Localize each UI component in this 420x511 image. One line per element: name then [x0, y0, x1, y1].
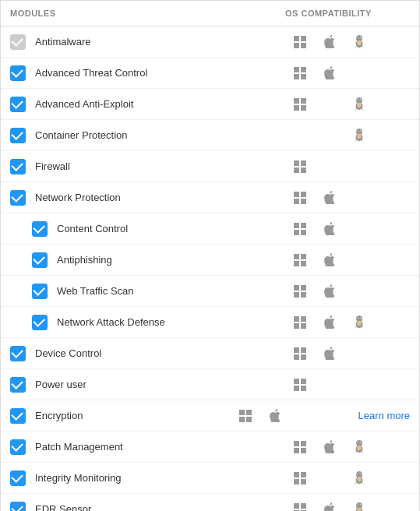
checkbox-integrity-monitoring[interactable]	[10, 470, 26, 486]
checkbox-antimalware[interactable]	[10, 34, 26, 50]
svg-line-71	[362, 326, 363, 328]
svg-rect-0	[294, 36, 299, 41]
header-modules-label: MODULES	[10, 9, 285, 18]
os-icons-container-protection	[285, 129, 410, 142]
svg-point-34	[360, 131, 361, 132]
svg-rect-49	[294, 230, 299, 235]
module-row-container-protection: Container Protection	[1, 120, 419, 151]
svg-rect-72	[294, 347, 299, 353]
os-icons-antimalware	[285, 35, 410, 48]
os-icons-content-control	[285, 222, 410, 235]
svg-line-29	[362, 108, 363, 110]
svg-rect-79	[301, 386, 306, 391]
svg-line-96	[362, 451, 363, 453]
checkbox-device-control[interactable]	[10, 346, 26, 361]
svg-point-24	[358, 100, 358, 100]
svg-rect-85	[301, 441, 306, 446]
svg-rect-54	[301, 261, 306, 266]
mac-icon-antiphishing	[315, 253, 344, 266]
module-row-power-user: Power user	[1, 369, 419, 400]
module-name-antiphishing: Antiphishing	[57, 254, 285, 266]
mac-icon-patch-management	[315, 440, 344, 453]
checkbox-power-user[interactable]	[10, 377, 26, 393]
svg-line-108	[355, 482, 356, 484]
module-name-network-attack-defense: Network Attack Defense	[57, 316, 285, 328]
checkbox-network-protection[interactable]	[10, 190, 26, 206]
module-name-firewall: Firewall	[35, 160, 285, 172]
checkbox-advanced-threat-control[interactable]	[10, 65, 26, 81]
svg-point-105	[360, 474, 361, 474]
os-icons-network-attack-defense	[285, 315, 410, 329]
module-row-network-protection: Network Protection	[1, 182, 419, 213]
learn-more-link-encryption[interactable]: Learn more	[358, 410, 410, 421]
svg-point-104	[358, 474, 358, 474]
svg-rect-62	[301, 323, 306, 329]
mac-icon-antimalware	[315, 35, 344, 48]
checkbox-edr-sensor[interactable]	[10, 502, 26, 512]
module-row-antiphishing: Antiphishing	[1, 245, 419, 276]
svg-line-11	[355, 46, 356, 48]
svg-point-117	[358, 505, 358, 506]
module-name-container-protection: Container Protection	[35, 129, 285, 141]
svg-rect-83	[246, 417, 252, 422]
checkbox-network-attack-defense[interactable]	[32, 315, 48, 330]
os-icons-web-traffic-scan	[285, 284, 410, 298]
mac-icon-network-attack-defense	[315, 315, 344, 329]
win-icon-network-attack-defense	[285, 316, 315, 329]
checkbox-firewall[interactable]	[10, 159, 26, 174]
linux-icon-container-protection	[344, 129, 374, 142]
checkbox-patch-management[interactable]	[10, 439, 26, 455]
module-name-integrity-monitoring: Integrity Monitoring	[35, 472, 285, 484]
module-name-patch-management: Patch Management	[35, 441, 285, 453]
checkbox-advanced-anti-exploit[interactable]	[10, 97, 26, 112]
svg-rect-99	[294, 479, 299, 485]
svg-rect-48	[301, 223, 306, 228]
module-name-web-traffic-scan: Web Traffic Scan	[57, 285, 285, 297]
module-name-antimalware: Antimalware	[35, 36, 285, 48]
svg-rect-19	[294, 105, 299, 111]
checkbox-content-control[interactable]	[32, 221, 48, 237]
svg-rect-59	[294, 316, 299, 322]
checkbox-encryption[interactable]	[10, 408, 26, 424]
checkbox-antiphishing[interactable]	[32, 252, 48, 268]
svg-rect-50	[301, 230, 306, 235]
win-icon-edr-sensor	[285, 503, 315, 512]
svg-rect-46	[301, 199, 306, 204]
checkbox-web-traffic-scan[interactable]	[32, 284, 48, 299]
svg-rect-47	[294, 223, 299, 228]
mac-icon-encryption	[260, 409, 290, 422]
svg-rect-55	[294, 285, 299, 291]
svg-line-70	[355, 326, 356, 328]
module-row-antimalware: Antimalware	[1, 26, 419, 58]
mac-icon-device-control	[315, 347, 344, 360]
svg-line-28	[355, 108, 356, 110]
svg-point-118	[360, 505, 361, 506]
module-row-firewall: Firewall	[1, 151, 419, 182]
module-row-device-control: Device Control	[1, 338, 419, 369]
svg-point-8	[360, 37, 361, 38]
win-icon-advanced-anti-exploit	[285, 98, 315, 111]
svg-rect-43	[294, 192, 299, 197]
os-icons-edr-sensor	[285, 502, 410, 511]
svg-point-10	[357, 41, 362, 45]
svg-rect-51	[294, 254, 299, 259]
svg-rect-82	[239, 417, 245, 422]
checkbox-container-protection[interactable]	[10, 128, 26, 143]
os-icons-network-protection	[285, 191, 410, 204]
module-row-encryption: Encryption Learn more	[1, 400, 419, 432]
module-name-encryption: Encryption	[35, 410, 231, 421]
svg-rect-20	[301, 105, 306, 111]
svg-point-66	[358, 318, 358, 319]
win-icon-device-control	[285, 347, 315, 360]
svg-rect-15	[294, 74, 299, 79]
svg-rect-17	[294, 98, 299, 104]
mac-icon-content-control	[315, 222, 344, 235]
svg-rect-42	[301, 167, 306, 173]
svg-point-33	[358, 131, 358, 132]
header-os-label: OS COMPATIBILITY	[285, 9, 410, 18]
module-row-advanced-threat-control: Advanced Threat Control	[1, 58, 419, 89]
win-icon-firewall	[285, 160, 315, 173]
win-icon-antimalware	[285, 36, 315, 48]
linux-icon-integrity-monitoring	[344, 471, 374, 485]
svg-point-7	[358, 37, 358, 38]
